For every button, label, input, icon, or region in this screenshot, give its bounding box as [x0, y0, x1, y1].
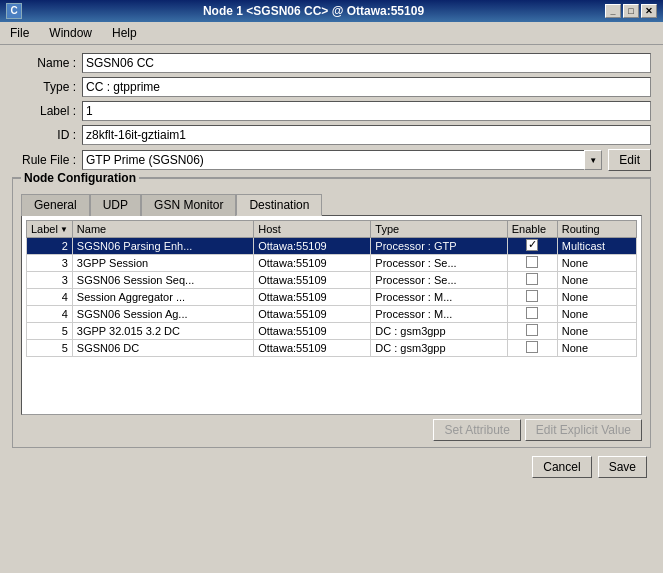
- table-action-buttons: Set Attribute Edit Explicit Value: [21, 419, 642, 441]
- id-input[interactable]: [82, 125, 651, 145]
- cell-type: Processor : M...: [371, 306, 507, 323]
- cell-enable[interactable]: [507, 272, 557, 289]
- cell-routing: None: [557, 323, 636, 340]
- cell-host: Ottawa:55109: [254, 340, 371, 357]
- cell-name: SGSN06 Session Seq...: [72, 272, 253, 289]
- cell-type: Processor : M...: [371, 289, 507, 306]
- cell-type: DC : gsm3gpp: [371, 340, 507, 357]
- destination-table: Label ▼ Name Host Type: [26, 220, 637, 357]
- cell-type: Processor : Se...: [371, 272, 507, 289]
- table-row[interactable]: 4SGSN06 Session Ag...Ottawa:55109Process…: [27, 306, 637, 323]
- maximize-button[interactable]: □: [623, 4, 639, 18]
- cell-label: 2: [27, 238, 73, 255]
- enable-checkbox[interactable]: [526, 290, 538, 302]
- tab-gsn-monitor[interactable]: GSN Monitor: [141, 194, 236, 216]
- menu-bar: File Window Help: [0, 22, 663, 45]
- label-label: Label :: [12, 104, 82, 118]
- tab-general[interactable]: General: [21, 194, 90, 216]
- col-header-routing: Routing: [557, 221, 636, 238]
- cell-enable[interactable]: [507, 255, 557, 272]
- name-label: Name :: [12, 56, 82, 70]
- enable-checkbox[interactable]: [526, 239, 538, 251]
- cell-enable[interactable]: [507, 238, 557, 255]
- cell-label: 5: [27, 340, 73, 357]
- cell-enable[interactable]: [507, 340, 557, 357]
- app-icon: C: [6, 3, 22, 19]
- table-row[interactable]: 2SGSN06 Parsing Enh...Ottawa:55109Proces…: [27, 238, 637, 255]
- table-row[interactable]: 4Session Aggregator ...Ottawa:55109Proce…: [27, 289, 637, 306]
- cell-type: DC : gsm3gpp: [371, 323, 507, 340]
- title-text: Node 1 <SGSN06 CC> @ Ottawa:55109: [22, 4, 605, 18]
- close-button[interactable]: ✕: [641, 4, 657, 18]
- cell-label: 3: [27, 272, 73, 289]
- tab-bar: General UDP GSN Monitor Destination: [21, 193, 642, 215]
- cell-routing: None: [557, 255, 636, 272]
- cell-routing: Multicast: [557, 238, 636, 255]
- col-header-enable: Enable: [507, 221, 557, 238]
- type-input[interactable]: [82, 77, 651, 97]
- table-row[interactable]: 53GPP 32.015 3.2 DCOttawa:55109DC : gsm3…: [27, 323, 637, 340]
- enable-checkbox[interactable]: [526, 341, 538, 353]
- col-header-host: Host: [254, 221, 371, 238]
- name-row: Name :: [12, 53, 651, 73]
- cell-enable[interactable]: [507, 323, 557, 340]
- cell-label: 5: [27, 323, 73, 340]
- menu-window[interactable]: Window: [43, 24, 98, 42]
- id-label: ID :: [12, 128, 82, 142]
- set-attribute-button[interactable]: Set Attribute: [433, 419, 520, 441]
- cell-name: SGSN06 Parsing Enh...: [72, 238, 253, 255]
- cell-host: Ottawa:55109: [254, 323, 371, 340]
- tab-destination[interactable]: Destination: [236, 194, 322, 216]
- rulefile-row: Rule File : GTP Prime (SGSN06) ▼ Edit: [12, 149, 651, 171]
- save-button[interactable]: Save: [598, 456, 647, 478]
- cell-name: SGSN06 Session Ag...: [72, 306, 253, 323]
- enable-checkbox[interactable]: [526, 273, 538, 285]
- cell-name: Session Aggregator ...: [72, 289, 253, 306]
- minimize-button[interactable]: _: [605, 4, 621, 18]
- cancel-button[interactable]: Cancel: [532, 456, 591, 478]
- rulefile-select-wrapper: GTP Prime (SGSN06) ▼: [82, 150, 602, 170]
- cell-host: Ottawa:55109: [254, 289, 371, 306]
- id-row: ID :: [12, 125, 651, 145]
- table-row[interactable]: 3SGSN06 Session Seq...Ottawa:55109Proces…: [27, 272, 637, 289]
- tab-udp[interactable]: UDP: [90, 194, 141, 216]
- footer-buttons: Cancel Save: [12, 456, 651, 478]
- sort-icon: ▼: [60, 225, 68, 234]
- table-row[interactable]: 5SGSN06 DCOttawa:55109DC : gsm3gppNone: [27, 340, 637, 357]
- cell-label: 4: [27, 289, 73, 306]
- node-configuration-group: Node Configuration General UDP GSN Monit…: [12, 177, 651, 448]
- main-window: Name : Type : Label : ID : Rule File : G…: [0, 45, 663, 486]
- cell-type: Processor : Se...: [371, 255, 507, 272]
- cell-name: 3GPP 32.015 3.2 DC: [72, 323, 253, 340]
- edit-button[interactable]: Edit: [608, 149, 651, 171]
- cell-host: Ottawa:55109: [254, 238, 371, 255]
- edit-explicit-value-button[interactable]: Edit Explicit Value: [525, 419, 642, 441]
- enable-checkbox[interactable]: [526, 307, 538, 319]
- enable-checkbox[interactable]: [526, 256, 538, 268]
- type-row: Type :: [12, 77, 651, 97]
- table-row[interactable]: 33GPP SessionOttawa:55109Processor : Se.…: [27, 255, 637, 272]
- rulefile-label: Rule File :: [12, 153, 82, 167]
- enable-checkbox[interactable]: [526, 324, 538, 336]
- label-input[interactable]: [82, 101, 651, 121]
- cell-label: 4: [27, 306, 73, 323]
- destination-table-panel: Label ▼ Name Host Type: [21, 215, 642, 415]
- cell-label: 3: [27, 255, 73, 272]
- cell-routing: None: [557, 272, 636, 289]
- label-row: Label :: [12, 101, 651, 121]
- cell-enable[interactable]: [507, 306, 557, 323]
- name-input[interactable]: [82, 53, 651, 73]
- cell-host: Ottawa:55109: [254, 272, 371, 289]
- cell-routing: None: [557, 289, 636, 306]
- col-header-type: Type: [371, 221, 507, 238]
- col-header-label: Label ▼: [27, 221, 73, 238]
- menu-file[interactable]: File: [4, 24, 35, 42]
- cell-name: 3GPP Session: [72, 255, 253, 272]
- cell-enable[interactable]: [507, 289, 557, 306]
- cell-host: Ottawa:55109: [254, 255, 371, 272]
- col-header-name: Name: [72, 221, 253, 238]
- menu-help[interactable]: Help: [106, 24, 143, 42]
- rulefile-select[interactable]: GTP Prime (SGSN06): [82, 150, 602, 170]
- title-bar: C Node 1 <SGSN06 CC> @ Ottawa:55109 _ □ …: [0, 0, 663, 22]
- cell-host: Ottawa:55109: [254, 306, 371, 323]
